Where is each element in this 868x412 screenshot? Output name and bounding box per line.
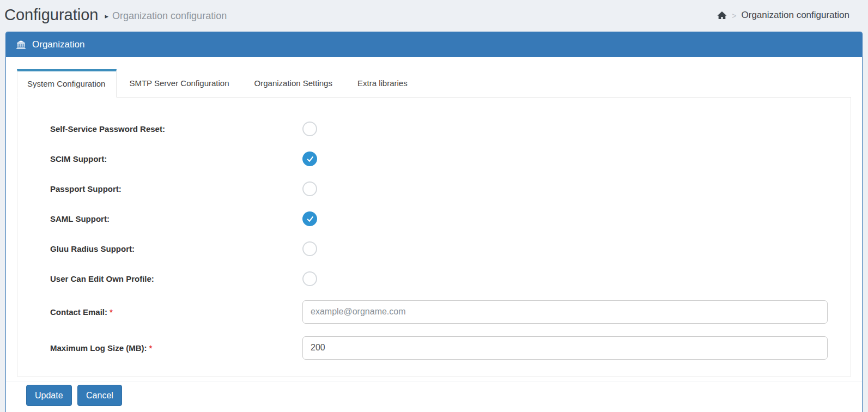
field-label: SCIM Support: xyxy=(50,154,302,163)
toggle-self-service-password-reset[interactable] xyxy=(302,122,317,136)
tab-smtp-server-configuration[interactable]: SMTP Server Configuration xyxy=(117,69,241,97)
page-title-group: Configuration ▸ Organization configurati… xyxy=(4,7,227,24)
field-label-text: Maximum Log Size (MB): xyxy=(50,343,147,353)
toggle-user-can-edit-own-profile[interactable] xyxy=(302,271,317,286)
field-label-text: Contact Email: xyxy=(50,307,107,317)
field-label: SAML Support: xyxy=(50,214,302,223)
breadcrumb: > Organization configuration xyxy=(717,10,849,21)
check-icon xyxy=(306,156,314,162)
required-asterisk: * xyxy=(110,307,113,317)
bank-icon xyxy=(16,40,26,50)
field-label: Passport Support: xyxy=(50,184,302,193)
field-label: Contact Email:* xyxy=(50,307,302,317)
tab-bar: System Configuration SMTP Server Configu… xyxy=(17,69,851,98)
breadcrumb-current: Organization configuration xyxy=(742,10,849,21)
panel-header: Organization xyxy=(6,32,862,57)
toggle-gluu-radius-support[interactable] xyxy=(302,241,317,256)
form-row: SAML Support: xyxy=(50,204,851,234)
cancel-button[interactable]: Cancel xyxy=(77,385,122,406)
content-header: Configuration ▸ Organization configurati… xyxy=(0,0,868,32)
tab-system-configuration[interactable]: System Configuration xyxy=(17,69,117,98)
update-button[interactable]: Update xyxy=(26,385,72,406)
form-row: Gluu Radius Support: xyxy=(50,234,851,264)
form-row: User Can Edit Own Profile: xyxy=(50,264,851,294)
field-label: User Can Edit Own Profile: xyxy=(50,274,302,283)
panel-title: Organization xyxy=(32,39,84,50)
breadcrumb-separator: > xyxy=(732,11,736,20)
form-row: SCIM Support: xyxy=(50,144,851,174)
title-caret-icon: ▸ xyxy=(105,12,109,20)
page-title: Configuration xyxy=(4,7,99,24)
max-log-size-input[interactable] xyxy=(302,336,828,360)
field-label: Maximum Log Size (MB):* xyxy=(50,343,302,353)
organization-panel: Organization System Configuration SMTP S… xyxy=(5,32,863,412)
check-icon xyxy=(306,216,314,222)
toggle-scim-support[interactable] xyxy=(302,152,317,166)
panel-body: System Configuration SMTP Server Configu… xyxy=(6,57,862,377)
tab-organization-settings[interactable]: Organization Settings xyxy=(242,69,345,97)
field-label: Self-Service Password Reset: xyxy=(50,124,302,134)
toggle-passport-support[interactable] xyxy=(302,181,317,196)
form-row: Passport Support: xyxy=(50,174,851,204)
field-label: Gluu Radius Support: xyxy=(50,244,302,253)
form-row: Maximum Log Size (MB):* xyxy=(50,330,851,366)
form-row: Contact Email:* xyxy=(50,294,851,330)
required-asterisk: * xyxy=(149,343,153,353)
contact-email-input[interactable] xyxy=(302,300,828,324)
toggle-saml-support[interactable] xyxy=(302,211,317,226)
system-configuration-form: Self-Service Password Reset: SCIM Suppor… xyxy=(17,98,851,377)
home-icon[interactable] xyxy=(717,11,727,20)
form-row: Self-Service Password Reset: xyxy=(50,114,851,144)
panel-footer: Update Cancel xyxy=(6,381,862,412)
tab-extra-libraries[interactable]: Extra libraries xyxy=(345,69,420,97)
page-subtitle: Organization configuration xyxy=(112,10,227,22)
